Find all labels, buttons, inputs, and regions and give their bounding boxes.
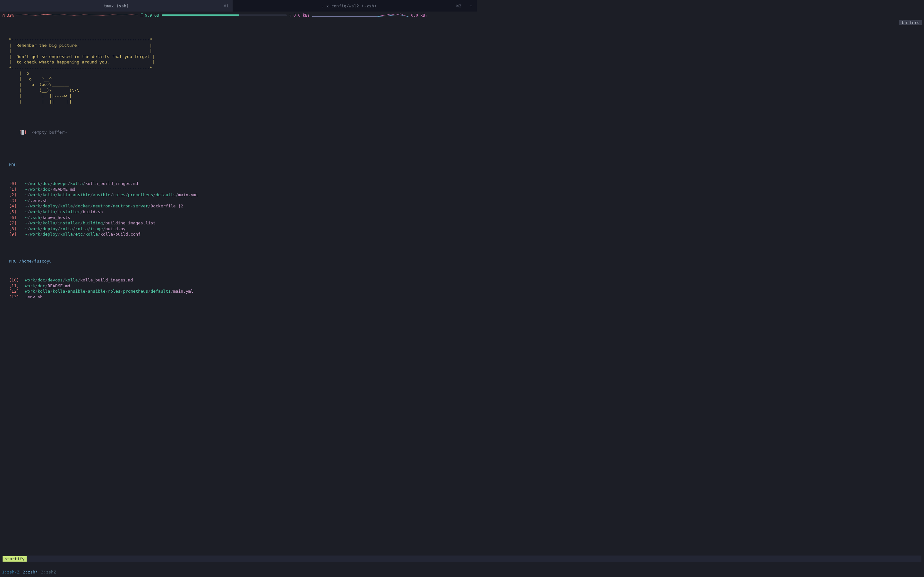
path-segment: kolla xyxy=(60,226,73,231)
path-segment: kolla xyxy=(43,210,55,214)
path-segment: devops xyxy=(47,277,63,282)
path-segment: ~ xyxy=(25,198,27,203)
path-segment: ~ xyxy=(25,232,27,237)
path-file: building_images.list xyxy=(105,221,156,226)
mru-index: [7] xyxy=(9,220,21,226)
path-segment: ~ xyxy=(25,181,27,186)
mru-item[interactable]: [3]~/.env.sh xyxy=(9,198,475,203)
mru-item[interactable]: [12]work/kolla/kolla-ansible/ansible/rol… xyxy=(9,288,475,294)
add-tab-button[interactable]: ＋ xyxy=(465,0,477,11)
path-file: Dockerfile.j2 xyxy=(150,203,183,208)
mru-item[interactable]: [1]~/work/doc/README.md xyxy=(9,187,475,192)
mru-index: [5] xyxy=(9,209,21,215)
memory-icon: ⌸ xyxy=(141,13,143,18)
path-segment: installer xyxy=(58,221,80,226)
quote-box: *---------------------------------------… xyxy=(2,37,475,105)
empty-buffer-entry[interactable]: [] <empty buffer> xyxy=(2,124,475,141)
path-file: main.yml xyxy=(178,192,199,197)
mru-path: ~/work/kolla/installer/building/building… xyxy=(25,220,156,226)
net-graph xyxy=(312,13,409,18)
path-segment: work xyxy=(30,181,40,186)
tab-title: tmux (ssh) xyxy=(103,3,129,8)
cpu-value: 32% xyxy=(7,13,14,18)
path-segment: ansible xyxy=(93,192,110,197)
path-file: kolla_build_images.md xyxy=(86,181,138,186)
path-separator: / xyxy=(50,181,53,186)
mru-cwd-header: MRU /home/fuscoyu xyxy=(2,258,475,264)
cursor-block xyxy=(21,130,24,135)
tab-wsl2-zsh[interactable]: ..x_config/wsl2 (-zsh) ⌘2 xyxy=(233,0,465,11)
mru-index: [0] xyxy=(9,181,21,187)
path-segment: neutron xyxy=(93,203,110,208)
mru-item[interactable]: [5]~/work/kolla/installer/build.sh xyxy=(9,209,475,215)
mru-item[interactable]: [2]~/work/kolla/kolla-ansible/ansible/ro… xyxy=(9,192,475,198)
path-segment: deploy xyxy=(43,203,58,208)
path-segment: doc xyxy=(43,187,50,192)
mru-index: [12] xyxy=(9,288,21,294)
path-separator: / xyxy=(55,221,58,226)
path-separator: / xyxy=(40,215,43,220)
path-segment: kolla xyxy=(43,192,55,197)
stats-bar: ▢ 32% ⌸ 9.9 GB ⇅ 0.0 kB↓ 0.0 kB↑ xyxy=(0,11,477,19)
path-segment: work xyxy=(30,210,40,214)
path-separator: / xyxy=(110,192,113,197)
mru-item[interactable]: [9]~/work/deploy/kolla/etc/kolla/kolla-b… xyxy=(9,231,475,237)
path-separator: / xyxy=(40,226,43,231)
mru-item[interactable]: [7]~/work/kolla/installer/building/build… xyxy=(9,220,475,226)
mru-index: [1] xyxy=(9,187,21,192)
mru-item[interactable]: [13].env.sh xyxy=(9,294,475,298)
mru-item[interactable]: [8]~/work/deploy/kolla/kolla/image/build… xyxy=(9,226,475,232)
path-separator: / xyxy=(35,289,37,293)
path-segment: kolla-ansible xyxy=(53,289,86,293)
mru-path: ~/work/kolla/kolla-ansible/ansible/roles… xyxy=(25,192,198,198)
mru-index: [9] xyxy=(9,231,21,237)
bracket-close: ] xyxy=(24,130,27,135)
path-separator: / xyxy=(40,181,43,186)
mru-path: ~/work/kolla/installer/build.sh xyxy=(25,209,103,215)
mru-item[interactable]: [4]~/work/deploy/kolla/docker/neutron/ne… xyxy=(9,203,475,209)
mru-index: [4] xyxy=(9,203,21,209)
path-segment: kolla xyxy=(70,181,83,186)
path-segment: etc xyxy=(75,232,83,237)
mru-path: .env.sh xyxy=(25,294,43,298)
mru-item[interactable]: [0]~/work/doc/devops/kolla/kolla_build_i… xyxy=(9,181,475,187)
path-separator: / xyxy=(40,221,43,226)
path-segment: kolla-ansible xyxy=(58,192,90,197)
path-separator: / xyxy=(126,192,128,197)
path-separator: / xyxy=(103,226,105,231)
net-stat: ⇅ 0.0 kB↓ xyxy=(289,13,310,18)
path-segment: work xyxy=(30,187,40,192)
mru-index: [10] xyxy=(9,277,21,283)
path-separator: / xyxy=(68,181,70,186)
tab-title: ..x_config/wsl2 (-zsh) xyxy=(321,3,376,8)
mru-item[interactable]: [11]work/doc/README.md xyxy=(9,283,475,289)
path-separator: / xyxy=(73,226,75,231)
path-segment: work xyxy=(30,226,40,231)
path-separator: / xyxy=(40,187,43,192)
path-segment: building xyxy=(83,221,103,226)
tab-bar: tmux (ssh) ⌘1 ..x_config/wsl2 (-zsh) ⌘2 … xyxy=(0,0,477,11)
mru-header: MRU xyxy=(2,162,475,168)
path-separator: / xyxy=(50,289,53,293)
path-separator: / xyxy=(27,232,30,237)
mem-value: 9.9 GB xyxy=(145,13,159,18)
path-separator: / xyxy=(50,187,53,192)
path-segment: kolla xyxy=(43,221,55,226)
path-segment: devops xyxy=(53,181,68,186)
mru-index: [8] xyxy=(9,226,21,232)
path-separator: / xyxy=(88,226,90,231)
mru-item[interactable]: [10]work/doc/devops/kolla/kolla_build_im… xyxy=(9,277,475,283)
path-separator: / xyxy=(55,192,58,197)
terminal-body[interactable]: *---------------------------------------… xyxy=(0,19,477,298)
mru-item[interactable]: [6]~/.ssh/known_hosts xyxy=(9,215,475,221)
path-segment: work xyxy=(30,221,40,226)
tab-tmux-ssh[interactable]: tmux (ssh) ⌘1 xyxy=(0,0,233,11)
path-segment: docker xyxy=(75,203,90,208)
path-segment: ~ xyxy=(25,203,27,208)
path-segment: ~ xyxy=(25,192,27,197)
mru-cwd-list: [10]work/doc/devops/kolla/kolla_build_im… xyxy=(2,277,475,298)
mru-list: [0]~/work/doc/devops/kolla/kolla_build_i… xyxy=(2,181,475,237)
path-file: known_hosts xyxy=(43,215,70,220)
path-separator: / xyxy=(58,232,60,237)
path-separator: / xyxy=(27,221,30,226)
